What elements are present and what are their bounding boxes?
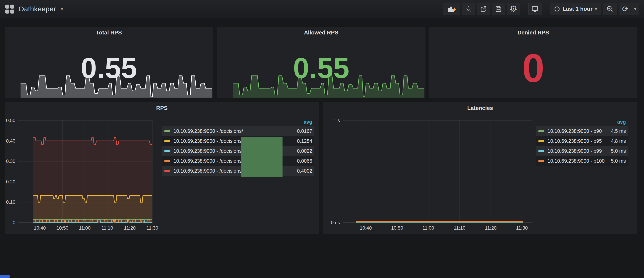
panel-allowed-rps[interactable]: Allowed RPS 0.55 bbox=[217, 27, 426, 98]
corner-indicator bbox=[0, 275, 10, 278]
share-icon bbox=[480, 5, 487, 12]
legend-avg-value: 4.5 ms bbox=[611, 128, 626, 134]
stat-value-allowed-rps: 0.55 bbox=[217, 54, 426, 83]
y-axis-tick-label: 0.20 bbox=[4, 179, 15, 184]
y-axis-tick-label: 0.50 bbox=[4, 118, 15, 123]
panel-rps[interactable]: RPS avg10.10.69.238:9000 - /decisions/0.… bbox=[4, 102, 319, 234]
panel-title[interactable]: Total RPS bbox=[4, 29, 213, 36]
star-icon: ☆ bbox=[465, 5, 472, 13]
legend-avg-value: 4.8 ms bbox=[611, 138, 626, 144]
latencies-plot-area[interactable] bbox=[343, 120, 532, 223]
dashboard-grid-icon[interactable] bbox=[5, 4, 14, 13]
legend-row[interactable]: 10.10.69.238:9000 - /decisions/0.0167 bbox=[162, 126, 314, 136]
legend-swatch[interactable] bbox=[538, 140, 544, 142]
rps-plot-area[interactable] bbox=[18, 120, 153, 223]
legend-swatch[interactable] bbox=[538, 160, 544, 162]
x-axis-tick-label: 11:20 bbox=[477, 226, 505, 231]
legend-swatch[interactable] bbox=[164, 170, 170, 172]
x-axis-tick-label: 10:50 bbox=[383, 226, 411, 231]
refresh-button[interactable]: ⟳ bbox=[619, 3, 632, 15]
legend-overlay-artifact bbox=[241, 137, 282, 177]
legend-row[interactable]: 10.10.69.238:9000 - p954.8 ms bbox=[536, 136, 628, 146]
legend-series-label[interactable]: 10.10.69.238:9000 - p90 bbox=[548, 128, 607, 134]
settings-button[interactable]: ⚙ bbox=[507, 2, 520, 15]
legend-row[interactable]: 10.10.69.238:9000 - p1005.0 ms bbox=[536, 156, 628, 166]
panel-latencies[interactable]: Latencies avg10.10.69.238:9000 - p904.5 … bbox=[323, 102, 638, 234]
panel-title[interactable]: RPS bbox=[4, 105, 319, 111]
monitor-icon bbox=[531, 5, 538, 12]
panel-title[interactable]: Latencies bbox=[323, 105, 638, 111]
chevron-down-icon: ▾ bbox=[61, 6, 63, 12]
save-icon bbox=[495, 5, 502, 12]
legend-series-label[interactable]: 10.10.69.238:9000 - p100 bbox=[548, 158, 607, 164]
dashboard-title[interactable]: Oathkeeper bbox=[18, 5, 56, 13]
latencies-legend: avg10.10.69.238:9000 - p904.5 ms10.10.69… bbox=[536, 118, 628, 166]
dashboard-title-group[interactable]: Oathkeeper ▾ bbox=[5, 4, 63, 13]
y-axis-tick-label: 0.40 bbox=[4, 138, 15, 144]
legend-avg-value: 5.0 ms bbox=[611, 158, 626, 164]
y-axis-tick-label: 0 bbox=[4, 220, 15, 225]
legend-row[interactable]: 10.10.69.238:9000 - p904.5 ms bbox=[536, 126, 628, 136]
x-axis-tick-label: 11:10 bbox=[446, 226, 474, 231]
legend-row[interactable]: 10.10.69.238:9000 - /decisions/0.0022 bbox=[162, 146, 314, 156]
y-axis-tick-label: 0.10 bbox=[4, 200, 15, 205]
share-button[interactable] bbox=[477, 2, 490, 15]
panel-denied-rps[interactable]: Denied RPS 0 bbox=[429, 27, 638, 98]
legend-series-label[interactable]: 10.10.69.238:9000 - p95 bbox=[548, 138, 607, 144]
y-axis-tick-label: 0.30 bbox=[4, 159, 15, 164]
refresh-interval-dropdown[interactable]: ▾ bbox=[632, 3, 638, 15]
clock-icon bbox=[554, 6, 560, 12]
chevron-down-icon: ▾ bbox=[634, 6, 636, 11]
legend-swatch[interactable] bbox=[164, 130, 170, 132]
legend-avg-value: 0.1284 bbox=[297, 138, 312, 144]
panel-total-rps[interactable]: Total RPS 0.55 bbox=[4, 27, 213, 98]
legend-row[interactable]: 10.10.69.238:9000 - /decisions/0.1284 bbox=[162, 136, 314, 146]
x-axis-tick-label: 11:30 bbox=[508, 226, 536, 231]
panel-title[interactable]: Denied RPS bbox=[429, 29, 638, 36]
save-button[interactable] bbox=[492, 2, 505, 15]
refresh-button-group: ⟳ ▾ bbox=[619, 2, 639, 15]
legend-swatch[interactable] bbox=[164, 140, 170, 142]
rps-legend: avg10.10.69.238:9000 - /decisions/0.0167… bbox=[162, 118, 314, 176]
stat-value-denied-rps: 0 bbox=[429, 48, 638, 88]
x-axis-tick-label: 10:40 bbox=[352, 226, 380, 231]
legend-avg-header[interactable]: avg bbox=[536, 118, 628, 126]
legend-swatch[interactable] bbox=[164, 150, 170, 152]
time-range-label: Last 1 hour bbox=[562, 6, 592, 12]
legend-avg-value: 0.0022 bbox=[297, 148, 312, 154]
time-range-picker[interactable]: Last 1 hour ▾ bbox=[550, 2, 601, 15]
dashboard-header: Oathkeeper ▾ ☆ ⚙ bbox=[0, 0, 644, 18]
legend-avg-value: 0.0066 bbox=[297, 158, 312, 164]
x-axis-tick-label: 11:30 bbox=[138, 226, 166, 231]
y-axis-tick-label: 1 s bbox=[323, 118, 340, 123]
gear-icon: ⚙ bbox=[510, 4, 517, 13]
star-button[interactable]: ☆ bbox=[462, 2, 475, 15]
legend-row[interactable]: 10.10.69.238:9000 - /decisions/0.0066 bbox=[162, 156, 314, 166]
legend-swatch[interactable] bbox=[164, 160, 170, 162]
zoom-out-icon bbox=[606, 5, 614, 12]
panel-title[interactable]: Allowed RPS bbox=[217, 29, 426, 36]
legend-avg-header[interactable]: avg bbox=[162, 118, 314, 126]
zoom-out-button[interactable] bbox=[603, 2, 617, 15]
cycle-view-button[interactable] bbox=[528, 2, 542, 15]
legend-avg-value: 5.0 ms bbox=[611, 148, 626, 154]
stat-value-total-rps: 0.55 bbox=[4, 54, 213, 83]
legend-row[interactable]: 10.10.69.238:9000 - p995.0 ms bbox=[536, 146, 628, 156]
legend-avg-value: 0.4002 bbox=[297, 168, 312, 174]
add-panel-button[interactable] bbox=[443, 2, 460, 15]
legend-series-label[interactable]: 10.10.69.238:9000 - /decisions/ bbox=[174, 128, 293, 134]
x-axis-tick-label: 11:00 bbox=[414, 226, 442, 231]
chevron-down-icon: ▾ bbox=[595, 6, 597, 11]
legend-row[interactable]: 10.10.69.238:9000 - /decisions/0.4002 bbox=[162, 166, 314, 176]
y-axis-tick-label: 0 ns bbox=[323, 220, 340, 225]
legend-series-label[interactable]: 10.10.69.238:9000 - p99 bbox=[548, 148, 607, 154]
legend-avg-value: 0.0167 bbox=[297, 128, 312, 134]
toolbar: ☆ ⚙ Last 1 hour bbox=[443, 2, 639, 15]
legend-swatch[interactable] bbox=[538, 150, 544, 152]
legend-swatch[interactable] bbox=[538, 130, 544, 132]
refresh-icon: ⟳ bbox=[622, 5, 628, 13]
